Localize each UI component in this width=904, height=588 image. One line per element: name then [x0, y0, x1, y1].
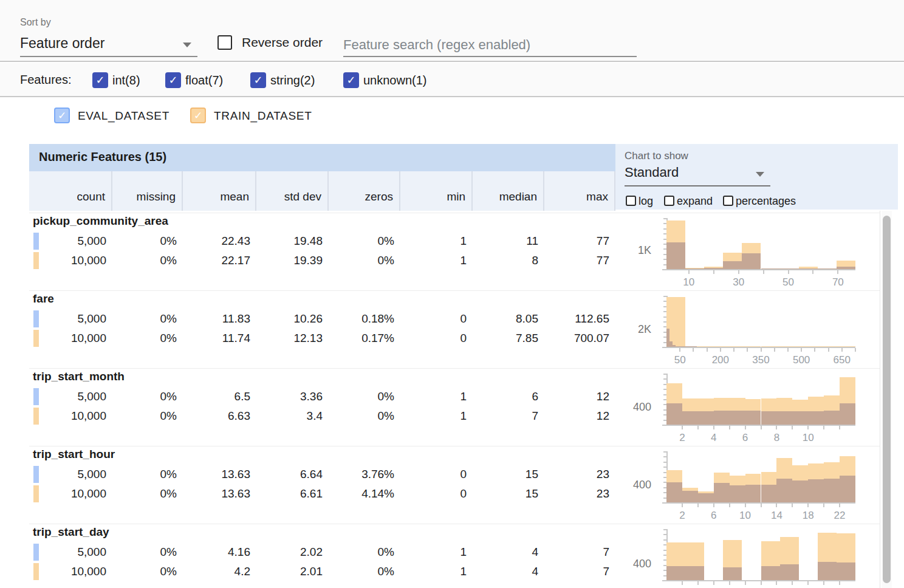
x-axis-tick: [787, 348, 789, 352]
feature-list: pickup_community_area5,0000%22.4319.480%…: [29, 211, 880, 588]
stat-value-mean: 6.63: [185, 406, 250, 426]
stat-value-mean: 6.5: [185, 387, 250, 406]
x-axis-tick: [823, 581, 824, 585]
stat-value-min: 1: [403, 562, 467, 581]
stats-row-eval: 5,0000%22.4319.480%11177: [29, 231, 615, 251]
feature-block-pickup_community_area: pickup_community_area5,0000%22.4319.480%…: [29, 213, 880, 290]
stat-value-std-dev: 10.26: [259, 309, 323, 329]
histogram-bar-eval: [824, 411, 840, 425]
x-axis-tick: [713, 270, 714, 274]
x-axis-tick: [679, 348, 680, 352]
column-header-count: count: [29, 171, 112, 211]
chart-type-select[interactable]: Standard: [625, 163, 770, 186]
x-axis-label: 500: [783, 354, 820, 366]
histogram-bar-train: [837, 346, 855, 347]
histogram-bar-train: [818, 346, 837, 347]
y-axis-tick: [663, 456, 666, 457]
stat-value-missing: 0%: [115, 562, 177, 581]
log-checkbox[interactable]: [626, 196, 636, 206]
eval-dataset-checkbox[interactable]: ✓: [54, 108, 70, 123]
x-axis-tick: [807, 581, 809, 585]
histogram-bar-eval: [685, 268, 704, 269]
stat-value-median: 7.85: [475, 329, 538, 348]
x-axis-tick: [812, 270, 813, 274]
scrollbar-thumb[interactable]: [883, 216, 891, 583]
stat-value-missing: 0%: [115, 309, 177, 329]
stat-value-min: 1: [403, 231, 467, 251]
y-axis-label: 400: [615, 401, 651, 414]
stat-value-mean: 22.43: [185, 231, 250, 251]
x-axis-tick: [828, 348, 829, 352]
reverse-order-checkbox[interactable]: [217, 35, 232, 50]
stat-value-std-dev: 19.39: [259, 251, 323, 270]
stat-value-mean: 4.2: [185, 562, 250, 581]
x-axis-label: 70: [820, 276, 856, 289]
log-label: log: [639, 195, 653, 208]
histogram-bar-eval: [745, 485, 761, 502]
x-axis-tick: [697, 581, 699, 585]
x-axis-tick: [839, 504, 840, 507]
histogram-bar-train: [742, 346, 761, 347]
histogram-bar-eval: [698, 493, 714, 502]
x-axis-tick: [747, 348, 748, 352]
stat-value-count: 10,000: [32, 562, 106, 581]
stat-value-mean: 13.63: [185, 465, 250, 484]
feature-name: trip_start_month: [33, 370, 125, 383]
stat-value-min: 0: [403, 309, 467, 329]
stat-value-max: 23: [547, 484, 609, 504]
string-checkbox[interactable]: ✓: [250, 72, 266, 88]
y-axis-tick: [663, 534, 666, 535]
expand-label: expand: [677, 195, 713, 208]
column-header-mean: mean: [183, 171, 256, 211]
stats-row-train: 10,0000%6.633.40%1712: [29, 406, 615, 426]
stats-row-train: 10,0000%4.22.010%147: [29, 562, 615, 581]
feature-search-input[interactable]: [343, 34, 637, 57]
histogram-bar-eval: [666, 242, 685, 269]
y-axis-label: 1K: [615, 244, 651, 257]
string-label: string(2): [270, 74, 315, 87]
histogram-bar-eval: [714, 411, 730, 425]
stat-value-count: 10,000: [32, 406, 106, 426]
histogram-bar-eval: [694, 346, 697, 347]
histogram-bar-eval: [761, 268, 780, 269]
histogram-bar-eval: [730, 411, 745, 425]
numeric-features-title: Numeric Features (15): [39, 150, 166, 164]
feature-type-filter-bar: Features: ✓ int(8) ✓ float(7) ✓ string(2…: [0, 63, 904, 97]
histogram-bar-eval: [730, 485, 745, 502]
y-axis-tick: [663, 467, 666, 468]
stat-value-max: 12: [547, 387, 609, 406]
percentages-checkbox[interactable]: [723, 196, 733, 206]
x-axis-tick: [792, 426, 793, 429]
stats-row-train: 10,0000%11.7412.130.17%07.85700.07: [29, 329, 615, 348]
expand-checkbox[interactable]: [664, 196, 674, 206]
stat-value-zeros: 0%: [331, 406, 394, 426]
stat-value-std-dev: 2.02: [259, 542, 323, 562]
unknown-checkbox[interactable]: ✓: [343, 72, 359, 88]
stat-value-min: 1: [403, 251, 467, 270]
y-axis-tick: [663, 462, 666, 463]
int-label: int(8): [112, 74, 140, 87]
train-dataset-checkbox[interactable]: ✓: [190, 108, 206, 123]
float-checkbox[interactable]: ✓: [165, 72, 181, 88]
float-label: float(7): [185, 74, 223, 87]
int-checkbox[interactable]: ✓: [92, 72, 108, 88]
stat-value-zeros: 4.14%: [331, 484, 394, 504]
chart-to-show-panel: Chart to show Standard log expand percen…: [615, 144, 898, 210]
unknown-label: unknown(1): [363, 74, 427, 87]
x-axis-tick: [697, 426, 699, 429]
histogram-bar-eval: [840, 403, 855, 425]
stat-value-zeros: 0%: [331, 542, 394, 562]
stat-value-median: 8: [475, 251, 538, 270]
x-axis-tick: [729, 581, 730, 585]
sort-by-select[interactable]: Feature order: [20, 33, 197, 57]
x-axis-tick: [823, 504, 824, 507]
stat-value-zeros: 0%: [331, 231, 394, 251]
scrollbar-track[interactable]: [882, 211, 892, 588]
x-axis-tick: [682, 426, 683, 429]
stat-value-zeros: 0%: [331, 387, 394, 406]
chevron-down-icon: [756, 172, 764, 177]
y-axis-tick: [663, 378, 666, 380]
stat-value-zeros: 0.18%: [331, 309, 394, 329]
x-axis-label: 50: [662, 354, 698, 366]
x-axis: [662, 425, 855, 426]
